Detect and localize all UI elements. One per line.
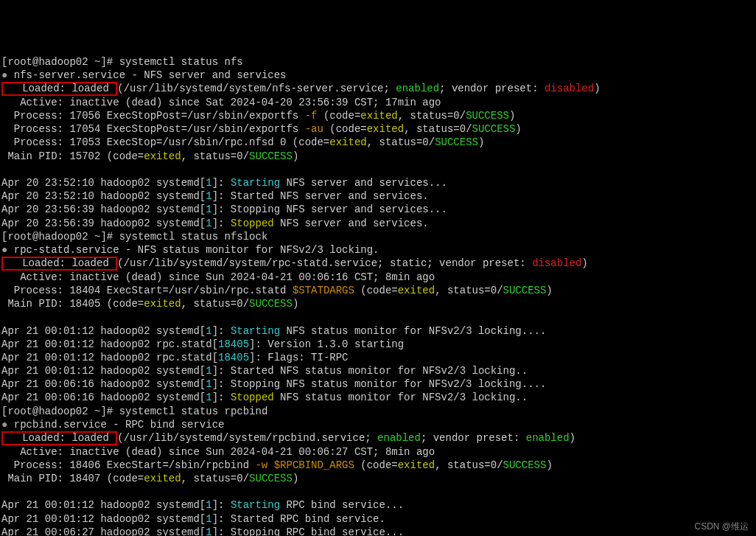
command-input[interactable]: systemctl status rpcbind — [119, 406, 268, 417]
service-name: rpcbind.service — [14, 419, 107, 431]
command-input[interactable]: systemctl status nfslock — [119, 231, 268, 243]
loaded-box: Loaded: loaded — [1, 431, 117, 445]
prompt-cwd: ~ — [94, 56, 100, 68]
prompt-host: hadoop02 — [38, 56, 88, 68]
bullet-icon: ● — [1, 419, 7, 431]
loaded-box: Loaded: loaded — [1, 82, 117, 96]
prompt-user: root — [7, 406, 32, 417]
active-line: Active: inactive (dead) since Sun 2024-0… — [1, 271, 435, 283]
service-name: rpc-statd.service — [14, 244, 119, 256]
prompt-cwd: ~ — [94, 231, 100, 243]
prompt-host: hadoop02 — [38, 406, 88, 417]
prompt-host: hadoop02 — [38, 231, 88, 243]
active-line: Active: inactive (dead) since Sat 2024-0… — [1, 97, 441, 108]
bullet-icon: ● — [1, 69, 7, 81]
service-name: nfs-server.service — [14, 69, 125, 81]
prompt-cwd: ~ — [94, 406, 100, 417]
terminal-output: [root@hadoop02 ~]# systemctl status nfs … — [1, 55, 755, 536]
active-line: Active: inactive (dead) since Sun 2024-0… — [1, 446, 435, 458]
prompt-user: root — [7, 56, 32, 68]
bullet-icon: ● — [1, 244, 7, 256]
loaded-box: Loaded: loaded — [1, 257, 117, 271]
prompt-user: root — [7, 231, 32, 243]
watermark: CSDN @维运 — [694, 521, 749, 533]
command-input[interactable]: systemctl status nfs — [119, 56, 243, 68]
